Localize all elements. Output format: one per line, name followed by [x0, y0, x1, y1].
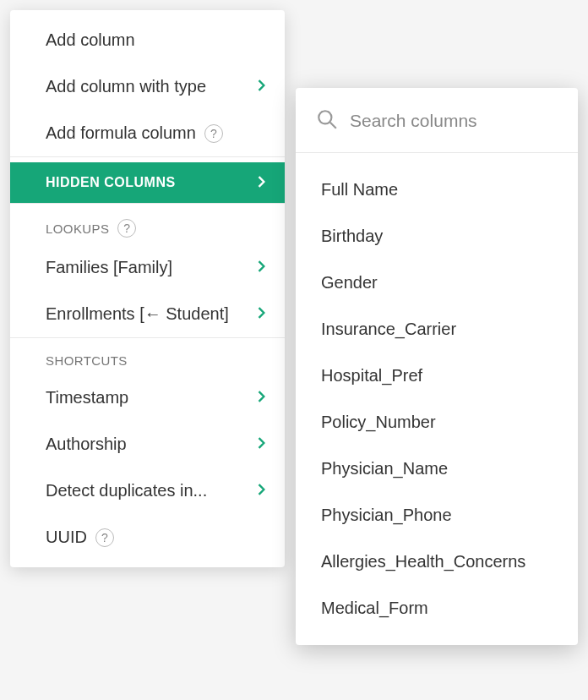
- column-list: Full Name Birthday Gender Insurance_Carr…: [296, 153, 578, 645]
- shortcuts-label: SHORTCUTS: [46, 353, 128, 368]
- menu-item-enrollments[interactable]: Enrollments [← Student]: [10, 291, 285, 337]
- uuid-label: UUID: [46, 528, 87, 547]
- column-menu: Add column Add column with type Add form…: [10, 10, 285, 567]
- menu-item-add-formula-column[interactable]: Add formula column ?: [10, 110, 285, 156]
- column-item[interactable]: Physician_Name: [296, 446, 578, 492]
- add-column-with-type-label: Add column with type: [46, 77, 206, 96]
- help-icon[interactable]: ?: [117, 219, 136, 238]
- authorship-label: Authorship: [46, 435, 127, 454]
- column-item[interactable]: Birthday: [296, 213, 578, 260]
- column-item[interactable]: Full Name: [296, 167, 578, 213]
- chevron-right-icon: [258, 260, 266, 275]
- column-item[interactable]: Physician_Phone: [296, 492, 578, 539]
- chevron-right-icon: [258, 79, 266, 94]
- chevron-right-icon: [258, 484, 266, 498]
- menu-item-uuid[interactable]: UUID ?: [10, 514, 285, 561]
- families-label: Families [Family]: [46, 258, 172, 277]
- search-icon: [316, 108, 338, 134]
- column-item[interactable]: Allergies_Health_Concerns: [296, 539, 578, 585]
- menu-item-families[interactable]: Families [Family]: [10, 244, 285, 291]
- menu-item-add-column[interactable]: Add column: [10, 17, 285, 63]
- svg-point-0: [318, 111, 331, 123]
- menu-item-timestamp[interactable]: Timestamp: [10, 375, 285, 421]
- add-column-label: Add column: [46, 30, 135, 50]
- divider: [10, 156, 285, 157]
- menu-item-detect-duplicates[interactable]: Detect duplicates in...: [10, 468, 285, 514]
- column-item[interactable]: Policy_Number: [296, 399, 578, 446]
- add-formula-column-label: Add formula column: [46, 123, 196, 143]
- hidden-columns-header[interactable]: HIDDEN COLUMNS: [10, 162, 285, 203]
- shortcuts-header: SHORTCUTS: [10, 338, 285, 375]
- menu-item-authorship[interactable]: Authorship: [10, 421, 285, 468]
- lookups-header: LOOKUPS ?: [10, 204, 285, 244]
- lookups-label: LOOKUPS: [46, 221, 109, 236]
- menu-item-add-column-with-type[interactable]: Add column with type: [10, 63, 285, 110]
- chevron-right-icon: [258, 391, 266, 405]
- chevron-right-icon: [258, 307, 266, 321]
- search-input[interactable]: [350, 111, 558, 131]
- help-icon[interactable]: ?: [95, 528, 114, 547]
- search-row: [296, 88, 578, 153]
- column-item[interactable]: Hospital_Pref: [296, 353, 578, 399]
- column-item[interactable]: Insurance_Carrier: [296, 306, 578, 353]
- column-item[interactable]: Medical_Form: [296, 585, 578, 632]
- hidden-columns-submenu: Full Name Birthday Gender Insurance_Carr…: [296, 88, 578, 645]
- hidden-columns-label: HIDDEN COLUMNS: [46, 175, 176, 190]
- column-item[interactable]: Gender: [296, 260, 578, 306]
- chevron-right-icon: [258, 176, 266, 190]
- detect-duplicates-label: Detect duplicates in...: [46, 481, 207, 500]
- timestamp-label: Timestamp: [46, 388, 128, 407]
- enrollments-label: Enrollments [← Student]: [46, 304, 229, 324]
- help-icon[interactable]: ?: [204, 124, 223, 143]
- chevron-right-icon: [258, 437, 266, 451]
- svg-line-1: [330, 123, 336, 129]
